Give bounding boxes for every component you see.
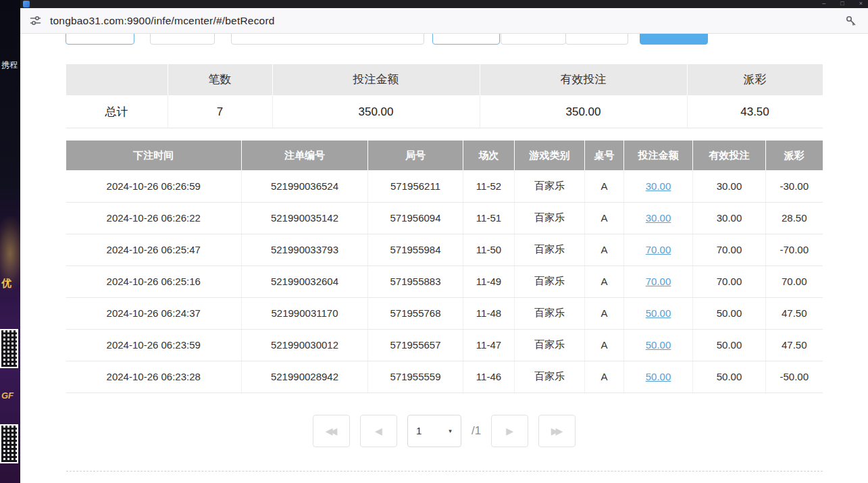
bet-amount-link[interactable]: 30.00	[646, 180, 671, 192]
bet-record-page: 笔数 投注金额 有效投注 派彩 总计 7 350.00 350.00 43.50	[20, 34, 868, 483]
bet-amount-cell: 30.00	[624, 170, 693, 202]
round-number-cell: 571955768	[368, 297, 463, 329]
header-session: 场次	[463, 141, 515, 170]
game-type-cell: 百家乐	[515, 297, 585, 329]
table-row: 2024-10-26 06:26:22 521990035142 5719560…	[66, 202, 823, 234]
promo-text: GF	[1, 390, 14, 401]
round-number-cell: 571955984	[368, 234, 463, 265]
payout-cell: 47.50	[766, 329, 823, 361]
window-controls: – □ ×	[822, 0, 863, 8]
table-row: 2024-10-26 06:23:59 521990030012 5719556…	[66, 329, 823, 361]
site-settings-icon[interactable]	[30, 15, 41, 26]
summary-corner-cell	[66, 64, 168, 95]
page-total-label: /1	[471, 424, 481, 438]
bet-amount-link[interactable]: 50.00	[646, 339, 671, 351]
bet-amount-cell: 70.00	[624, 234, 693, 265]
session-cell: 11-52	[463, 170, 515, 202]
header-bet-amount: 投注金额	[624, 141, 693, 170]
bet-amount-link[interactable]: 50.00	[646, 307, 671, 319]
payout-cell: -30.00	[766, 170, 823, 202]
bet-time-cell: 2024-10-26 06:25:16	[66, 265, 242, 297]
bet-amount-link[interactable]: 70.00	[646, 244, 671, 255]
bet-amount-cell: 50.00	[624, 361, 693, 392]
session-cell: 11-47	[463, 329, 515, 361]
payout-cell: -50.00	[766, 361, 823, 392]
summary-table: 笔数 投注金额 有效投注 派彩 总计 7 350.00 350.00 43.50	[66, 64, 823, 128]
bet-time-cell: 2024-10-26 06:26:22	[66, 202, 242, 234]
summary-header-row: 笔数 投注金额 有效投注 派彩	[66, 64, 823, 95]
browser-urlbar[interactable]: tongbao31.com:9900/infe/mcenter/#/betRec…	[20, 8, 868, 34]
first-page-button[interactable]: ◀◀	[313, 415, 350, 447]
session-cell: 11-50	[463, 234, 515, 265]
summary-header-bet-amount: 投注金额	[273, 64, 480, 95]
summary-valid-bet-value: 350.00	[480, 95, 688, 128]
header-game-type: 游戏类别	[515, 141, 585, 170]
valid-bet-cell: 70.00	[693, 234, 766, 265]
browser-titlebar: – □ ×	[20, 0, 868, 8]
table-row: 2024-10-26 06:23:28 521990028942 5719555…	[66, 361, 823, 392]
bet-amount-link[interactable]: 30.00	[646, 212, 671, 224]
valid-bet-cell: 50.00	[693, 329, 766, 361]
order-number-cell: 521990028942	[242, 361, 368, 392]
payout-cell: 47.50	[766, 297, 823, 329]
close-icon[interactable]: ×	[859, 0, 863, 8]
header-table-number: 桌号	[585, 141, 624, 170]
header-round-number: 局号	[368, 141, 463, 170]
game-type-cell: 百家乐	[515, 170, 585, 202]
round-number-cell: 571955657	[368, 329, 463, 361]
game-type-cell: 百家乐	[515, 329, 585, 361]
payout-cell: 70.00	[766, 265, 823, 297]
table-row: 2024-10-26 06:25:47 521990033793 5719559…	[66, 234, 823, 265]
bet-record-table: 下注时间 注单编号 局号 场次 游戏类别 桌号 投注金额 有效投注 派彩 202…	[66, 141, 823, 393]
table-number-cell: A	[585, 202, 624, 234]
last-page-button[interactable]: ▶▶	[538, 415, 576, 447]
desktop-background: 携程 优 GF	[0, 0, 20, 483]
table-number-cell: A	[585, 297, 624, 329]
summary-total-row: 总计 7 350.00 350.00 43.50	[66, 95, 823, 128]
qr-code	[0, 424, 18, 463]
header-payout: 派彩	[766, 141, 823, 170]
promo-text: 优	[1, 277, 11, 290]
session-cell: 11-51	[463, 202, 515, 234]
page-select[interactable]: 1	[407, 415, 461, 447]
session-cell: 11-48	[463, 297, 515, 329]
left-icon: ◀	[375, 426, 382, 436]
valid-bet-cell: 70.00	[693, 265, 766, 297]
bet-amount-cell: 50.00	[624, 329, 693, 361]
valid-bet-cell: 30.00	[693, 170, 766, 202]
valid-bet-cell: 30.00	[693, 202, 766, 234]
bet-amount-link[interactable]: 50.00	[646, 371, 671, 382]
page-select-wrap: 1 ▼	[407, 415, 461, 447]
url-text[interactable]: tongbao31.com:9900/infe/mcenter/#/betRec…	[50, 15, 275, 27]
table-number-cell: A	[585, 170, 624, 202]
table-number-cell: A	[585, 329, 624, 361]
header-order-number: 注单编号	[242, 141, 368, 170]
maximize-icon[interactable]: □	[840, 0, 844, 8]
browser-window: – □ × tongbao31.com:9900/infe/mcenter/#/…	[20, 0, 868, 483]
order-number-cell: 521990033793	[242, 234, 368, 265]
next-page-button[interactable]: ▶	[491, 415, 528, 447]
payout-cell: 28.50	[766, 202, 823, 234]
round-number-cell: 571956211	[368, 170, 463, 202]
bet-time-cell: 2024-10-26 06:23:28	[66, 361, 242, 392]
game-type-cell: 百家乐	[515, 265, 585, 297]
prev-page-button[interactable]: ◀	[360, 415, 397, 447]
bet-amount-link[interactable]: 70.00	[646, 276, 671, 287]
bottom-divider	[66, 471, 823, 472]
table-row: 2024-10-26 06:26:59 521990036524 5719562…	[66, 170, 823, 202]
table-row: 2024-10-26 06:25:16 521990032604 5719558…	[66, 265, 823, 297]
session-cell: 11-49	[463, 265, 515, 297]
key-icon[interactable]	[845, 15, 857, 27]
table-number-cell: A	[585, 265, 624, 297]
game-type-cell: 百家乐	[515, 234, 585, 265]
double-left-icon: ◀◀	[326, 426, 335, 436]
summary-header-count: 笔数	[168, 64, 273, 95]
game-type-cell: 百家乐	[515, 202, 585, 234]
table-header-row: 下注时间 注单编号 局号 场次 游戏类别 桌号 投注金额 有效投注 派彩	[66, 141, 823, 170]
summary-bet-amount-value: 350.00	[273, 95, 480, 128]
bet-amount-cell: 50.00	[624, 297, 693, 329]
order-number-cell: 521990035142	[242, 202, 368, 234]
header-valid-bet: 有效投注	[693, 141, 766, 170]
summary-total-label: 总计	[66, 95, 168, 128]
minimize-icon[interactable]: –	[822, 0, 825, 8]
